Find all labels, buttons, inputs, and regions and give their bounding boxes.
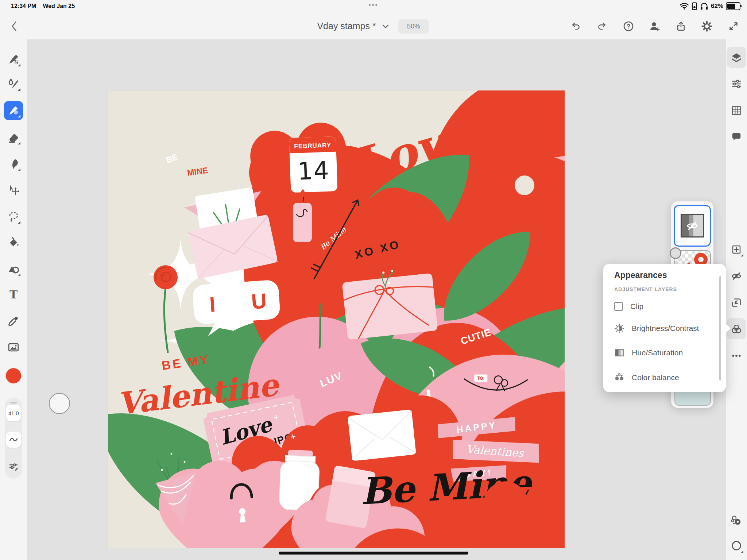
clip-mask-button[interactable] <box>728 295 744 311</box>
menu-item-brightness-contrast[interactable]: Brightness/Contrast <box>614 322 699 335</box>
svg-text:U: U <box>251 289 267 313</box>
eraser-tool[interactable] <box>5 130 22 146</box>
smudge-tool[interactable] <box>5 156 22 172</box>
adjustment-layer-thumbnail <box>681 214 704 237</box>
shapes-tool[interactable] <box>5 261 22 277</box>
layers-panel-button[interactable] <box>728 50 744 66</box>
svg-text:MINE: MINE <box>187 165 209 178</box>
fill-tool[interactable] <box>5 235 22 251</box>
hue-saturation-icon <box>614 348 624 358</box>
battery-icon <box>726 2 740 10</box>
brush-settings-button[interactable] <box>5 458 22 474</box>
touch-shortcut-button[interactable] <box>728 538 744 554</box>
mixer-brush-tool[interactable] <box>5 103 22 119</box>
properties-panel-button[interactable] <box>728 76 744 92</box>
svg-text:T: T <box>9 289 18 301</box>
wifi-icon <box>680 3 689 10</box>
popup-pointer <box>725 324 731 333</box>
svg-text:TO:: TO: <box>477 376 484 381</box>
eyedropper-tool[interactable] <box>5 313 22 329</box>
menu-item-hue-saturation[interactable]: Hue/Saturation <box>614 347 683 359</box>
comments-button[interactable] <box>728 129 744 145</box>
multitask-dots-icon[interactable]: ••• <box>369 1 379 9</box>
brush-size-value[interactable]: 41.0 <box>6 405 21 421</box>
settings-gear-icon[interactable] <box>701 20 713 32</box>
chevron-down-icon[interactable] <box>379 20 392 32</box>
eye-off-icon <box>686 220 698 232</box>
clip-checkbox[interactable] <box>614 302 623 311</box>
add-person-button[interactable] <box>649 20 661 32</box>
help-button[interactable]: ? <box>622 20 635 32</box>
back-button[interactable] <box>8 20 20 32</box>
pixel-brush-tool[interactable] <box>5 51 22 67</box>
adjustments-button[interactable] <box>728 321 744 337</box>
share-button[interactable] <box>675 20 687 32</box>
zoom-level-badge[interactable]: 50% <box>398 19 429 34</box>
menu-item-clip[interactable]: Clip <box>614 300 643 313</box>
touch-shortcut-puck[interactable] <box>49 393 70 414</box>
svg-text:?: ? <box>627 23 631 30</box>
color-balance-icon <box>614 372 624 383</box>
drawing-canvas[interactable]: BE MINE FEBRUARY 14 Love You <box>108 90 565 548</box>
brightness-contrast-icon <box>614 323 624 333</box>
home-indicator[interactable] <box>279 552 468 555</box>
document-title[interactable]: Vday stamps * <box>317 21 376 31</box>
svg-text:BE: BE <box>165 152 179 165</box>
svg-text:14: 14 <box>297 156 330 185</box>
clock: 12:34 PM <box>11 3 36 9</box>
layer-adjustment-selected[interactable] <box>674 205 711 247</box>
brush-options-panel: 41.0 <box>5 398 22 479</box>
grid-settings-button[interactable] <box>728 103 744 119</box>
date: Wed Jan 25 <box>43 3 75 9</box>
layer-mask-chip[interactable] <box>670 247 681 259</box>
popup-scrollbar[interactable] <box>719 276 721 381</box>
app-window: 12:34 PM Wed Jan 25 ••• 62% Vday stamps … <box>0 0 747 560</box>
more-options-button[interactable] <box>728 348 744 364</box>
add-layer-button[interactable] <box>728 242 744 258</box>
smoothing-toggle[interactable] <box>6 432 21 448</box>
live-brush-tool[interactable] <box>5 76 22 92</box>
menu-item-color-balance[interactable]: Color balance <box>614 371 679 384</box>
size-slider-handle[interactable] <box>10 402 17 403</box>
lasso-tool[interactable] <box>5 209 22 225</box>
hide-layer-button[interactable] <box>728 268 744 284</box>
popup-title: Appearances <box>614 270 667 280</box>
appearances-popup: Appearances ADJUSTMENT LAYERS Clip Brigh… <box>603 264 726 392</box>
redo-button[interactable] <box>596 20 608 32</box>
timelapse-button[interactable] <box>728 513 744 529</box>
headphones-icon <box>700 2 708 10</box>
stamp-calendar: FEBRUARY 14 <box>289 136 337 193</box>
svg-text:FEBRUARY: FEBRUARY <box>294 142 331 150</box>
text-tool[interactable]: T <box>5 287 22 303</box>
popup-section-title: ADJUSTMENT LAYERS <box>614 286 677 292</box>
stamp-donut <box>498 159 551 212</box>
place-image-tool[interactable] <box>5 339 22 355</box>
fullscreen-button[interactable] <box>727 20 740 32</box>
orientation-lock-icon <box>692 2 697 10</box>
valentine-stamps-artwork: BE MINE FEBRUARY 14 Love You <box>108 90 565 548</box>
move-tool[interactable] <box>5 182 22 198</box>
status-bar: 12:34 PM Wed Jan 25 ••• 62% <box>0 0 747 13</box>
undo-button[interactable] <box>570 20 582 32</box>
battery-percent: 62% <box>711 3 723 10</box>
color-swatch[interactable] <box>6 368 21 383</box>
